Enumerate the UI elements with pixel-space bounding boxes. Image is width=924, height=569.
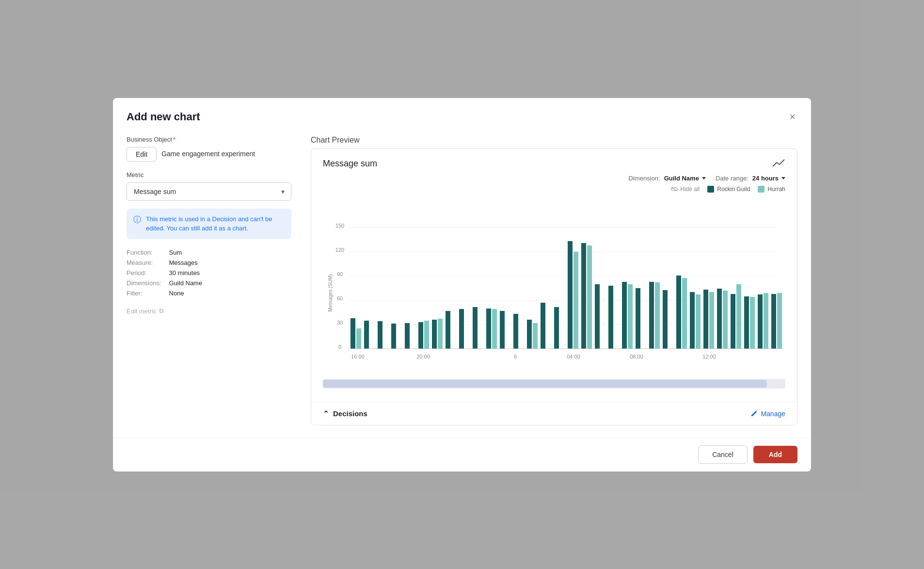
svg-rect-45	[655, 282, 660, 349]
modal-body: Business Object* Edit Game engagement ex…	[113, 132, 811, 437]
dimensions-label: Dimensions:	[127, 279, 161, 287]
modal-title: Add new chart	[127, 111, 200, 123]
legend-rockin-guild-label: Rockin Guild	[717, 186, 750, 193]
svg-text:90: 90	[337, 271, 343, 277]
svg-text:120: 120	[335, 247, 344, 253]
business-obj-row: Edit Game engagement experiment	[127, 147, 291, 162]
date-range-chevron	[781, 177, 785, 179]
info-icon: ⓘ	[133, 215, 141, 233]
svg-text:Messages (SUM): Messages (SUM)	[328, 274, 333, 311]
svg-text:12:00: 12:00	[702, 354, 716, 359]
measure-value: Messages	[169, 259, 291, 266]
decisions-chevron-icon: ⌃	[323, 409, 329, 418]
svg-rect-22	[432, 320, 437, 349]
metric-label: Metric	[127, 171, 291, 179]
svg-rect-28	[492, 309, 497, 349]
dimension-select[interactable]: Guild Name	[664, 175, 706, 182]
filter-value: None	[169, 290, 291, 297]
edit-metric-link[interactable]: Edit metric ⧉	[127, 307, 163, 315]
add-button[interactable]: Add	[753, 446, 797, 463]
svg-rect-17	[378, 321, 382, 349]
svg-rect-59	[758, 294, 763, 349]
chart-preview-title: Chart Preview	[311, 136, 797, 145]
info-box: ⓘ This metric is used in a Decision and …	[127, 209, 291, 239]
date-range-value: 24 hours	[752, 175, 779, 182]
svg-rect-31	[527, 320, 532, 349]
chart-container: Message sum Dimension: Guild Name D	[311, 148, 797, 425]
legend-hide-all-button[interactable]: Hide all	[670, 186, 700, 193]
svg-rect-19	[405, 323, 410, 349]
hide-all-label: Hide all	[680, 186, 700, 193]
svg-rect-18	[391, 324, 396, 349]
svg-rect-54	[723, 291, 728, 349]
modal-header: Add new chart ×	[113, 98, 811, 132]
svg-rect-15	[356, 328, 361, 349]
legend-rockin-guild[interactable]: Rockin Guild	[707, 186, 750, 193]
svg-rect-23	[438, 319, 443, 349]
svg-rect-20	[418, 322, 423, 349]
svg-rect-49	[690, 292, 695, 349]
svg-rect-33	[541, 303, 545, 349]
svg-rect-14	[350, 318, 355, 349]
period-label: Period:	[127, 269, 161, 276]
svg-text:04:00: 04:00	[567, 354, 580, 359]
svg-rect-37	[581, 243, 586, 349]
svg-rect-52	[709, 292, 714, 349]
metric-dropdown[interactable]: Message sum ▾	[127, 182, 291, 201]
svg-rect-46	[663, 290, 668, 349]
svg-rect-56	[736, 284, 741, 349]
chart-area: 0 30 60 90 120 150 Messages (SUM)	[323, 198, 785, 375]
dimensions-value: Guild Name	[169, 279, 291, 287]
svg-text:16:00: 16:00	[351, 354, 365, 359]
pencil-icon	[750, 410, 758, 418]
modal: Add new chart × Business Object* Edit Ga…	[113, 98, 811, 471]
period-value: 30 minutes	[169, 269, 291, 276]
svg-rect-48	[682, 278, 687, 349]
cancel-button[interactable]: Cancel	[698, 445, 748, 464]
dimension-label: Dimension:	[629, 175, 660, 182]
svg-text:08:00: 08:00	[630, 354, 643, 359]
external-link-icon: ⧉	[159, 307, 163, 315]
manage-button[interactable]: Manage	[750, 410, 785, 418]
chart-scrollbar-track[interactable]	[323, 379, 785, 389]
svg-rect-16	[364, 321, 369, 349]
svg-rect-44	[649, 282, 654, 349]
svg-rect-61	[771, 294, 776, 349]
right-panel: Chart Preview Message sum Dimension:	[311, 132, 797, 437]
measure-label: Measure:	[127, 259, 161, 266]
function-label: Function:	[127, 249, 161, 256]
chart-top-row: Message sum	[323, 159, 785, 171]
legend-hurrah-dot	[758, 186, 765, 193]
legend-hurrah-label: Hurrah	[767, 186, 785, 193]
left-panel: Business Object* Edit Game engagement ex…	[127, 132, 291, 437]
dimension-chevron	[702, 177, 706, 179]
legend-hurrah[interactable]: Hurrah	[758, 186, 785, 193]
decisions-title[interactable]: ⌃ Decisions	[323, 409, 367, 418]
svg-text:20:00: 20:00	[416, 354, 430, 359]
required-star: *	[173, 136, 175, 143]
dimension-value: Guild Name	[664, 175, 699, 182]
svg-rect-58	[750, 297, 755, 349]
chart-inner: Message sum Dimension: Guild Name D	[311, 149, 797, 402]
svg-rect-55	[731, 294, 735, 349]
svg-text:30: 30	[337, 320, 343, 325]
svg-rect-36	[574, 252, 578, 349]
edit-button[interactable]: Edit	[127, 147, 157, 162]
svg-rect-30	[513, 314, 518, 349]
svg-rect-21	[424, 321, 429, 349]
legend-row: Hide all Rockin Guild Hurrah	[323, 186, 785, 193]
svg-rect-24	[446, 311, 450, 349]
svg-rect-29	[500, 311, 505, 349]
svg-rect-40	[608, 286, 613, 349]
date-range-select[interactable]: 24 hours	[752, 175, 785, 182]
filter-label: Filter:	[127, 290, 161, 297]
svg-text:150: 150	[335, 223, 344, 228]
modal-footer: Cancel Add	[113, 437, 811, 471]
svg-rect-39	[595, 284, 600, 349]
chart-metric-name: Message sum	[323, 159, 377, 169]
close-button[interactable]: ×	[787, 110, 797, 124]
svg-rect-35	[568, 241, 573, 349]
svg-rect-42	[628, 284, 633, 349]
svg-rect-32	[533, 323, 538, 349]
svg-rect-26	[473, 307, 478, 349]
